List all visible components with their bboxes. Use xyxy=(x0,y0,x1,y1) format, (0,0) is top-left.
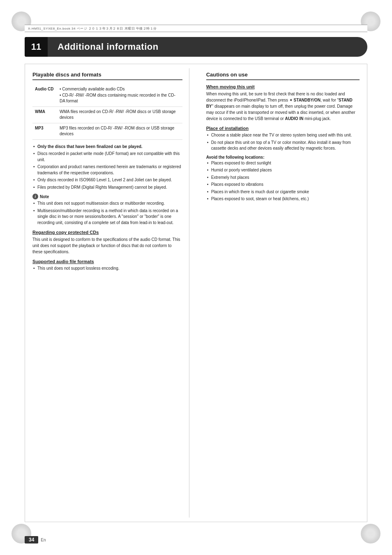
format-label: Audio CD xyxy=(32,84,57,106)
column-divider xyxy=(189,68,189,518)
when-moving-text: When moving this unit, be sure to first … xyxy=(206,91,360,122)
list-item: Extremely hot places xyxy=(206,175,360,181)
header-strip: X-HM51_SYXE8_En.book 34 ページ ２０１３年３月２８日 木… xyxy=(25,25,367,32)
when-moving-heading: When moving this unit xyxy=(206,84,360,89)
note-icon: i xyxy=(32,194,38,199)
format-table: Audio CD• Commercially available audio C… xyxy=(32,84,182,140)
cautions-section-title: Cautions on use xyxy=(206,72,360,80)
list-item: Places exposed to vibrations xyxy=(206,182,360,188)
page-lang: En xyxy=(41,538,46,542)
page-footer: 34 En xyxy=(25,536,46,543)
playable-bullets: Only the discs that have been finalized … xyxy=(32,144,182,191)
list-item: Do not place this unit on top of a TV or… xyxy=(206,140,360,152)
copy-protected-heading: Regarding copy protected CDs xyxy=(32,230,182,235)
note-bullets: This unit does not support multisession … xyxy=(32,201,182,226)
list-item: This unit does not support multisession … xyxy=(32,201,182,207)
note-label-text: Note xyxy=(40,194,49,199)
list-item: Places exposed to soot, steam or heat (k… xyxy=(206,196,360,202)
chapter-number: 11 xyxy=(25,37,48,57)
format-description: WMA files recorded on CD-R/ -RW/ -ROM di… xyxy=(57,106,182,123)
list-item: Corporation and product names mentioned … xyxy=(32,164,182,176)
format-description: • Commercially available audio CDs• CD-R… xyxy=(57,84,182,106)
note-label: i Note xyxy=(32,194,182,199)
corner-decoration-br xyxy=(361,524,380,543)
list-item: Places exposed to direct sunlight xyxy=(206,160,360,166)
header-strip-text: X-HM51_SYXE8_En.book 34 ページ ２０１３年３月２８日 木… xyxy=(28,26,157,31)
page-number: 34 xyxy=(25,536,38,543)
note-box: i Note This unit does not support multis… xyxy=(32,194,182,226)
avoid-heading: Avoid the following locations: xyxy=(206,155,360,160)
list-item: Discs recorded in packet write mode (UDF… xyxy=(32,151,182,163)
place-bullets: Choose a stable place near the TV or ste… xyxy=(206,132,360,152)
right-column: Cautions on use When moving this unit Wh… xyxy=(203,64,367,206)
playable-section-title: Playable discs and formats xyxy=(32,72,182,80)
supported-audio-bullets: This unit does not support lossless enco… xyxy=(32,266,182,272)
supported-audio-heading: Supported audio file formats xyxy=(32,259,182,264)
list-item: Multisession/multiborder recording is a … xyxy=(32,208,182,226)
chapter-header: 11 Additional information xyxy=(25,37,367,57)
left-column: Playable discs and formats Audio CD• Com… xyxy=(25,64,189,275)
place-installation-heading: Place of installation xyxy=(206,126,360,131)
copy-protected-text: This unit is designed to conform to the … xyxy=(32,236,182,255)
main-content: Playable discs and formats Audio CD• Com… xyxy=(25,64,367,522)
list-item: Files protected by DRM (Digital Rights M… xyxy=(32,185,182,191)
avoid-bullets: Places exposed to direct sunlightHumid o… xyxy=(206,160,360,202)
format-label: WMA xyxy=(32,106,57,123)
format-label: MP3 xyxy=(32,123,57,139)
list-item: Only the discs that have been finalized … xyxy=(32,144,182,150)
list-item: Only discs recorded in ISO9660 Level 1, … xyxy=(32,177,182,183)
format-description: MP3 files recorded on CD-R/ -RW/ -ROM di… xyxy=(57,123,182,139)
list-item: Places in which there is much dust or ci… xyxy=(206,189,360,195)
list-item: Choose a stable place near the TV or ste… xyxy=(206,132,360,139)
chapter-title: Additional information xyxy=(48,42,159,52)
list-item: Humid or poorly ventilated places xyxy=(206,167,360,173)
list-item: This unit does not support lossless enco… xyxy=(32,266,182,272)
